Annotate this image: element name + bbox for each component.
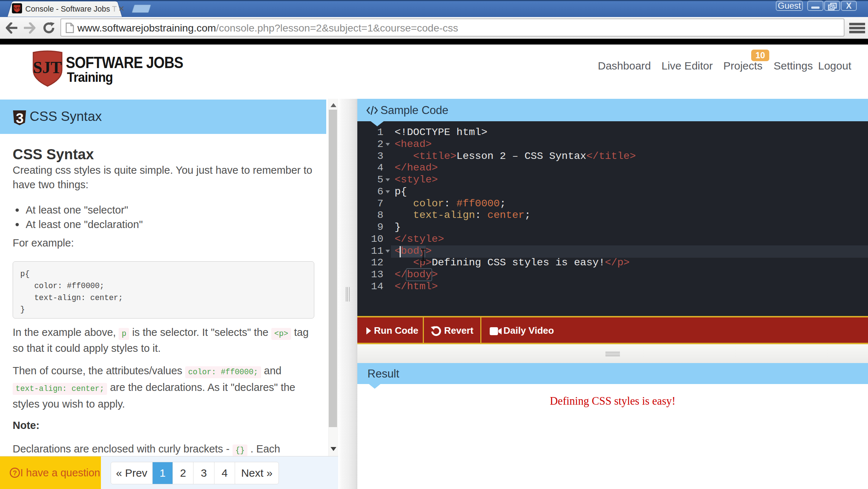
svg-text:?: ? <box>13 469 17 477</box>
svg-text:SJT: SJT <box>33 58 61 77</box>
svg-text:SJT: SJT <box>14 6 21 10</box>
svg-text:3: 3 <box>16 110 24 126</box>
